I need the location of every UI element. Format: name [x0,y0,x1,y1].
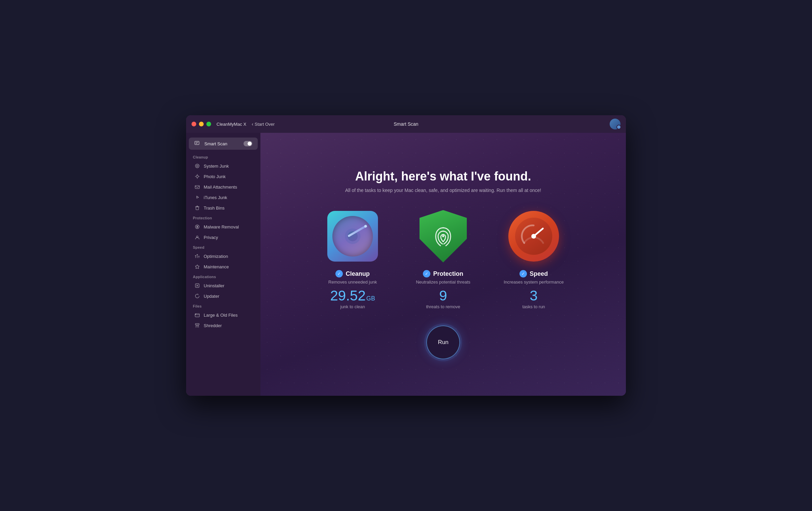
updater-icon [194,293,200,299]
minimize-button[interactable] [199,122,204,126]
svg-point-15 [197,236,198,238]
svg-point-3 [195,164,199,168]
maximize-button[interactable] [206,122,211,126]
section-cleanup: Cleanup [186,152,260,161]
sidebar-item-malware-removal[interactable]: Malware Removal [189,222,258,232]
speed-icon-wrap [507,209,561,263]
trash-icon [194,205,200,211]
protection-stat: 9 [439,289,447,303]
fingerprint-icon [430,223,457,250]
shield-shape [420,210,467,263]
malware-removal-label: Malware Removal [204,224,239,229]
privacy-icon [194,234,200,240]
protection-shield-icon [418,209,468,263]
back-chevron-icon: ‹ [252,121,253,127]
nav-label: Start Over [255,122,275,127]
system-junk-icon [194,163,200,169]
app-window: CleanMyMac X ‹ Start Over Smart Scan Sma… [186,115,626,396]
sidebar-item-uninstaller[interactable]: Uninstaller [189,281,258,291]
mail-attachments-label: Mail Attachments [204,185,237,190]
speed-gauge-inner [515,218,552,255]
uninstaller-icon [194,283,200,289]
sidebar-item-system-junk[interactable]: System Junk [189,161,258,171]
smart-scan-icon [194,140,201,147]
shredder-icon [194,322,200,328]
protection-card: ✓ Protection Neutralizes potential threa… [406,209,480,309]
window-title: Smart Scan [394,121,418,127]
cleanup-stat-unit: GB [366,295,375,302]
cleanup-name: Cleanup [346,270,370,277]
speed-stat-label: tasks to run [522,304,545,309]
system-junk-label: System Junk [204,164,229,169]
maintenance-label: Maintenance [204,264,229,269]
sidebar-item-large-old-files[interactable]: Large & Old Files [189,310,258,320]
svg-rect-0 [195,141,199,145]
sidebar-item-smart-scan[interactable]: Smart Scan [189,138,258,150]
photo-junk-icon [194,173,200,179]
cleanup-label-row: ✓ Cleanup [335,270,370,277]
main-content: Smart Scan Cleanup System Junk [186,133,626,396]
start-over-nav[interactable]: ‹ Start Over [252,121,275,127]
sidebar-item-shredder[interactable]: Shredder [189,320,258,331]
itunes-junk-label: iTunes Junk [204,195,227,200]
sidebar-item-maintenance[interactable]: Maintenance [189,262,258,272]
cleanup-stat-label: junk to clean [340,304,365,309]
sidebar-item-mail-attachments[interactable]: Mail Attachments [189,182,258,192]
cleanup-hdd-icon [327,211,378,262]
sidebar-item-privacy[interactable]: Privacy [189,232,258,242]
protection-label-row: ✓ Protection [423,270,463,277]
run-button[interactable]: Run [426,325,460,359]
privacy-label: Privacy [204,235,218,240]
page-subtitle: All of the tasks to keep your Mac clean,… [345,188,541,193]
svg-point-5 [196,175,198,177]
traffic-lights [192,122,211,126]
speed-card: ✓ Speed Increases system performance 3 t… [497,209,571,309]
speed-name: Speed [530,270,548,277]
protection-check-icon: ✓ [423,270,430,277]
section-files: Files [186,301,260,310]
photo-junk-label: Photo Junk [204,174,226,179]
cleanup-icon-wrap [326,209,380,263]
close-button[interactable] [192,122,196,126]
protection-description: Neutralizes potential threats [416,279,470,285]
smart-scan-toggle[interactable] [244,141,252,146]
cleanup-stat: 29.52 GB [330,289,375,303]
cleanup-description: Removes unneeded junk [328,279,377,285]
sidebar-item-trash-bins[interactable]: Trash Bins [189,203,258,213]
protection-stat-label: threats to remove [426,304,460,309]
sidebar-item-photo-junk[interactable]: Photo Junk [189,171,258,181]
section-protection: Protection [186,213,260,221]
smart-scan-label: Smart Scan [204,141,244,146]
speed-gauge-icon [508,211,559,262]
speed-needle-dot [531,234,536,239]
sidebar: Smart Scan Cleanup System Junk [186,133,260,396]
sidebar-item-itunes-junk[interactable]: iTunes Junk [189,192,258,202]
sidebar-item-optimization[interactable]: Optimization [189,251,258,261]
svg-point-27 [442,235,444,237]
speed-stat-number: 3 [530,289,537,303]
sidebar-item-updater[interactable]: Updater [189,291,258,301]
svg-point-4 [197,165,198,167]
speed-stat: 3 [530,289,537,303]
speed-gauge-dial [520,223,547,250]
avatar[interactable] [610,119,620,129]
section-applications: Applications [186,272,260,280]
speed-label-row: ✓ Speed [519,270,548,277]
updater-label: Updater [204,294,219,299]
app-name: CleanMyMac X [217,122,246,127]
main-panel: Alright, here's what I've found. All of … [260,133,626,396]
uninstaller-label: Uninstaller [204,283,224,288]
cleanup-card: ✓ Cleanup Removes unneeded junk 29.52 GB… [315,209,390,309]
section-speed: Speed [186,243,260,251]
trash-bins-label: Trash Bins [204,205,225,211]
cards-row: ✓ Cleanup Removes unneeded junk 29.52 GB… [315,209,571,309]
speed-description: Increases system performance [504,279,564,285]
optimization-icon [194,253,200,259]
cleanup-stat-number: 29.52 [330,289,365,303]
svg-rect-6 [195,186,200,189]
large-old-files-label: Large & Old Files [204,313,237,318]
titlebar: CleanMyMac X ‹ Start Over Smart Scan [186,115,626,133]
protection-name: Protection [433,270,463,277]
cleanup-check-icon: ✓ [335,270,343,277]
mail-icon [194,184,200,190]
